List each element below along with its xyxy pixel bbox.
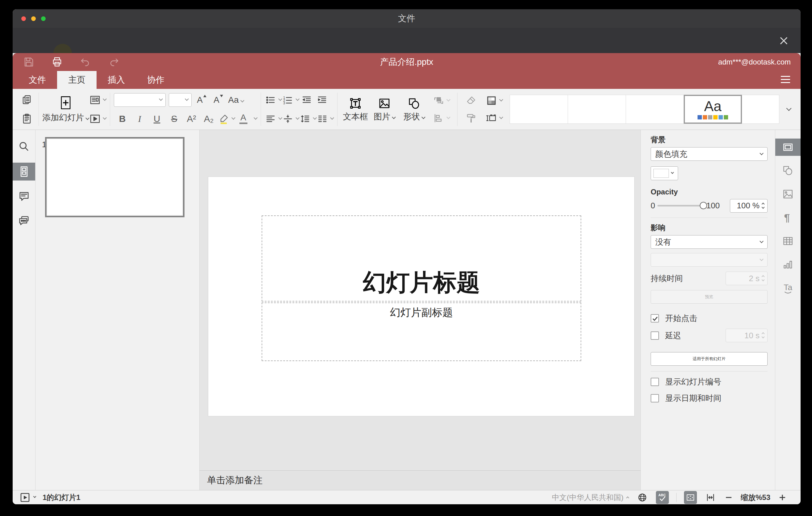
color-swatch — [654, 169, 669, 178]
font-color-button[interactable]: A — [235, 111, 252, 127]
superscript-button[interactable]: A² — [183, 111, 200, 127]
start-slideshow-button[interactable] — [89, 111, 106, 127]
highlight-color-button[interactable] — [218, 111, 235, 127]
theme-thumbnail[interactable] — [742, 95, 779, 124]
decrease-indent-button[interactable] — [299, 92, 314, 108]
vertical-align-button[interactable] — [282, 111, 299, 127]
search-button[interactable] — [13, 138, 35, 156]
undo-icon[interactable] — [79, 56, 92, 68]
select-colors-button[interactable] — [481, 93, 507, 109]
spin-down-icon[interactable] — [762, 205, 765, 209]
columns-button[interactable] — [316, 111, 334, 127]
change-case-button[interactable]: Aa — [225, 92, 247, 108]
fill-type-select[interactable]: 颜色填充 — [651, 147, 767, 161]
fit-to-slide-button[interactable] — [684, 491, 697, 504]
font-color-letter: A — [240, 113, 246, 122]
horizontal-align-button[interactable] — [264, 111, 282, 127]
font-size-select[interactable] — [169, 93, 192, 107]
subscript-button[interactable]: A₂ — [200, 111, 218, 127]
svg-text:Ta: Ta — [784, 283, 792, 292]
start-slideshow-status-button[interactable] — [20, 492, 36, 503]
slide-layout-button[interactable] — [89, 92, 106, 108]
show-slide-number-checkbox[interactable] — [651, 378, 659, 386]
traffic-lights — [21, 16, 46, 21]
shape-settings-button[interactable] — [775, 162, 801, 179]
slide-settings-button[interactable] — [775, 139, 801, 156]
apply-to-all-slides-button[interactable]: 适用于所有幻灯片 — [651, 352, 767, 366]
numbered-list-button[interactable]: 123 — [282, 92, 299, 108]
paragraph-settings-button[interactable]: ¶ — [775, 209, 801, 226]
slides-panel-button[interactable] — [13, 163, 35, 180]
add-slide-button[interactable]: 添加幻灯片 — [42, 89, 89, 130]
title-placeholder[interactable]: 幻灯片标题 — [262, 216, 581, 302]
show-date-checkbox[interactable] — [651, 394, 659, 402]
tab-insert[interactable]: 插入 — [96, 71, 136, 89]
copy-button[interactable] — [20, 92, 35, 108]
theme-thumbnail[interactable] — [626, 95, 684, 124]
app-window: 文件 产品介绍.pptx adm***@doo — [13, 9, 801, 504]
language-select[interactable]: 中文(中华人民共和国) — [552, 492, 629, 503]
theme-gallery: Aa — [510, 89, 796, 130]
tab-collaboration[interactable]: 协作 — [136, 71, 176, 89]
copy-style-button[interactable] — [461, 110, 481, 126]
slide-size-button[interactable] — [481, 110, 507, 126]
menu-icon[interactable] — [781, 76, 790, 83]
zoom-out-button[interactable] — [724, 493, 733, 502]
close-icon[interactable] — [778, 35, 789, 46]
increase-indent-button[interactable] — [314, 92, 330, 108]
start-on-click-checkbox[interactable] — [651, 314, 659, 322]
decrease-font-button[interactable]: A — [208, 92, 225, 108]
slide-thumbnail-1[interactable] — [45, 137, 184, 217]
set-language-button[interactable] — [636, 491, 648, 504]
outer-header — [13, 28, 801, 53]
textart-settings-button[interactable]: Ta — [775, 279, 801, 296]
insert-shape-button[interactable]: 形状 — [399, 96, 429, 122]
insert-textbox-button[interactable]: 文本框 — [341, 96, 370, 122]
opacity-input[interactable]: 100 % — [730, 199, 767, 212]
arrange-shape-button[interactable] — [429, 93, 454, 109]
chart-settings-button[interactable] — [775, 256, 801, 273]
fill-color-picker[interactable] — [651, 166, 678, 180]
delay-checkbox[interactable] — [651, 332, 659, 340]
effect-select[interactable]: 没有 — [651, 235, 767, 249]
comments-button[interactable] — [13, 187, 35, 205]
spellcheck-button[interactable]: ABC — [656, 491, 669, 504]
minimize-traffic-light[interactable] — [31, 16, 36, 21]
strikethrough-button[interactable]: S — [166, 111, 183, 127]
theme-thumbnail-selected[interactable]: Aa — [684, 95, 742, 124]
fit-to-width-button[interactable] — [704, 491, 717, 504]
theme-thumbnail[interactable] — [510, 95, 568, 124]
increase-font-button[interactable]: A — [192, 92, 208, 108]
notes-area[interactable]: 单击添加备注 — [200, 470, 640, 490]
paste-button[interactable] — [20, 111, 35, 127]
triangle-up-icon — [203, 95, 206, 97]
save-icon[interactable] — [23, 56, 35, 68]
triangle-down-icon — [220, 95, 223, 97]
line-spacing-button[interactable] — [299, 111, 316, 127]
zoom-in-button[interactable] — [778, 493, 787, 502]
spin-up-icon[interactable] — [762, 202, 765, 205]
close-traffic-light[interactable] — [21, 16, 26, 21]
chat-button[interactable] — [13, 212, 35, 230]
slide-title-text: 幻灯片标题 — [363, 271, 480, 294]
print-icon[interactable] — [51, 56, 63, 68]
opacity-slider[interactable] — [658, 205, 704, 206]
insert-image-button[interactable]: 图片 — [370, 96, 399, 122]
theme-thumbnail[interactable] — [568, 95, 626, 124]
image-settings-button[interactable] — [775, 185, 801, 203]
align-shape-button[interactable] — [429, 110, 454, 126]
table-settings-button[interactable] — [775, 232, 801, 250]
theme-gallery-expand-button[interactable] — [779, 107, 796, 111]
italic-button[interactable]: I — [131, 111, 148, 127]
maximize-traffic-light[interactable] — [41, 16, 46, 21]
tab-file[interactable]: 文件 — [18, 71, 57, 89]
subtitle-placeholder[interactable]: 幻灯片副标题 — [262, 303, 581, 361]
bold-button[interactable]: B — [114, 111, 131, 127]
bullets-button[interactable] — [264, 92, 282, 108]
delay-input: 10 s — [726, 329, 767, 342]
redo-icon[interactable] — [108, 56, 120, 68]
clear-style-button[interactable] — [461, 93, 481, 109]
underline-button[interactable]: U — [148, 111, 166, 127]
font-name-select[interactable] — [114, 93, 166, 107]
tab-home[interactable]: 主页 — [57, 71, 96, 89]
